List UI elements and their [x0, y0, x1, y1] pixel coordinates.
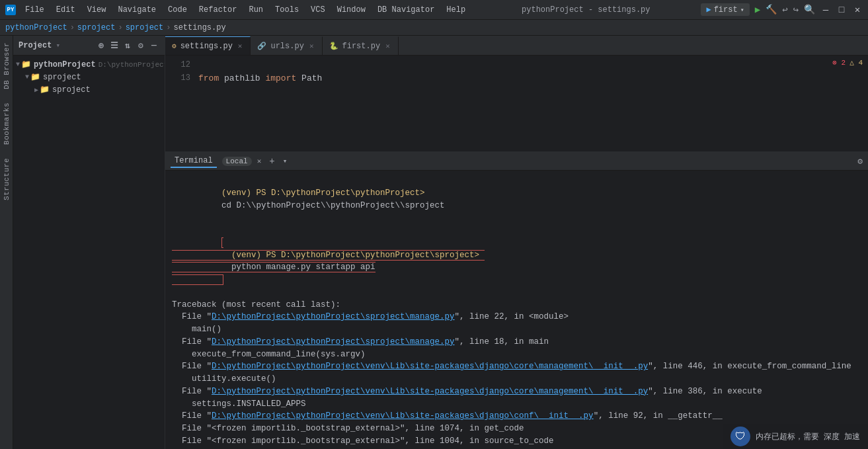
tab-label-urls: urls.py — [270, 42, 303, 51]
menu-db-navigator[interactable]: DB Navigator — [372, 4, 440, 16]
panel-action-settings[interactable]: ⚙ — [136, 40, 146, 51]
terminal-tab-terminal[interactable]: Terminal — [171, 155, 217, 168]
menu-bar: File Edit View Navigate Code Refactor Ru… — [20, 4, 471, 16]
tree-path-root: D:\pythonProject\pythonProject — [99, 61, 165, 69]
tab-label-first: first.py — [342, 42, 381, 51]
tab-icon-settings: ⚙ — [172, 42, 177, 50]
terminal-local-badge[interactable]: Local — [222, 157, 252, 166]
run-config-dropdown[interactable]: ▶ first ▾ — [701, 3, 749, 16]
error-indicator: ⊗ 2 — [832, 58, 846, 67]
tree-label-sproject1: sproject — [43, 73, 81, 82]
tree-arrow-sproject1: ▼ — [25, 73, 29, 81]
editor-line-13: 13 from pathlib import Path — [165, 71, 868, 85]
line-content-13: from pathlib import Path — [198, 73, 322, 83]
terminal-badge-close[interactable]: ✕ — [257, 157, 262, 165]
keyword-from: from — [198, 73, 219, 83]
tab-close-first[interactable]: ✕ — [384, 41, 391, 51]
rollforward-button[interactable]: ↪ — [793, 4, 799, 15]
terminal-line-file5: File "D:\pythonProject\pythonProject\ven… — [172, 410, 861, 423]
tab-label-settings: settings.py — [180, 42, 233, 51]
tab-first-py[interactable]: 🐍 first.py ✕ — [323, 36, 399, 55]
warning-indicator: △ 4 — [849, 58, 863, 67]
terminal-line-1: (venv) PS D:\pythonProject\pythonProject… — [172, 175, 861, 224]
editor-indicators: ⊗ 2 △ 4 — [832, 58, 863, 67]
memory-warning-text: 内存已超标，需要 深度 加速 — [756, 431, 860, 442]
tab-close-settings[interactable]: ✕ — [237, 41, 244, 51]
sidebar-tab-structure[interactable]: Structure — [1, 151, 13, 207]
build-button[interactable]: 🔨 — [766, 4, 777, 15]
menu-run[interactable]: Run — [243, 4, 268, 16]
tree-arrow-root: ▼ — [16, 61, 20, 68]
panel-action-menu[interactable]: ☰ — [109, 40, 120, 51]
editor-lines: 12 13 from pathlib import Path — [165, 56, 868, 87]
tab-urls-py[interactable]: 🔗 urls.py ✕ — [251, 36, 322, 55]
menu-file[interactable]: File — [20, 4, 50, 16]
project-tree: ▼ 📁 pythonProject D:\pythonProject\pytho… — [13, 56, 165, 449]
title-right: ▶ first ▾ ▶ 🔨 ↩ ↪ 🔍 — □ ✕ — [701, 3, 863, 16]
term-link-1[interactable]: D:\pythonProject\pythonProject\sproject\… — [212, 312, 455, 321]
tree-item-sproject1[interactable]: ▼ 📁 sproject — [13, 71, 165, 83]
rollback-button[interactable]: ↩ — [782, 4, 787, 15]
breadcrumb-sproject1[interactable]: sproject — [77, 23, 116, 32]
breadcrumb-sep-1: › — [70, 23, 75, 32]
tree-item-root[interactable]: ▼ 📁 pythonProject D:\pythonProject\pytho… — [13, 58, 165, 71]
project-panel-title: Project — [19, 41, 52, 50]
editor-area[interactable]: 12 13 from pathlib import Path — [165, 56, 868, 151]
menu-vcs[interactable]: VCS — [305, 4, 331, 16]
folder-icon-sproject1: 📁 — [30, 72, 40, 82]
term-link-5[interactable]: D:\pythonProject\pythonProject\venv\Lib\… — [212, 411, 594, 421]
breadcrumb-sproject2[interactable]: sproject — [126, 23, 164, 32]
project-panel-arrow[interactable]: ▾ — [56, 41, 60, 50]
term-link-3[interactable]: D:\pythonProject\pythonProject\venv\Lib\… — [212, 362, 648, 371]
term-cmd-1: cd D:\\pythonProject\\pythonProject\\spr… — [221, 201, 445, 210]
menu-help[interactable]: Help — [441, 4, 471, 16]
menu-window[interactable]: Window — [332, 4, 371, 16]
panel-action-sort[interactable]: ⇅ — [122, 40, 133, 51]
title-left: PY File Edit View Navigate Code Refactor… — [5, 4, 471, 16]
breadcrumb: pythonProject › sproject › sproject › se… — [0, 20, 868, 36]
terminal-line-file2: File "D:\pythonProject\pythonProject\spr… — [172, 336, 861, 348]
tree-item-sproject2[interactable]: ▶ 📁 sproject — [13, 83, 165, 96]
tab-settings-py[interactable]: ⚙ settings.py ✕ — [165, 36, 251, 55]
search-button[interactable]: 🔍 — [804, 4, 815, 15]
keyword-import: import — [265, 73, 296, 83]
line-number-13: 13 — [171, 73, 190, 83]
tree-arrow-sproject2: ▶ — [34, 86, 38, 94]
menu-code[interactable]: Code — [163, 4, 192, 16]
menu-refactor[interactable]: Refactor — [194, 4, 243, 16]
terminal-line-utility: utility.execute() — [172, 373, 861, 386]
editor-line-12: 12 — [165, 58, 868, 71]
tree-label-sproject2: sproject — [52, 85, 91, 95]
close-button[interactable]: ✕ — [852, 5, 863, 15]
sidebar-tab-db-browser[interactable]: DB Browser — [1, 36, 13, 96]
content-area: ⚙ settings.py ✕ 🔗 urls.py ✕ 🐍 first.py ✕… — [165, 36, 868, 449]
terminal-add-button[interactable]: + — [266, 156, 277, 167]
panel-action-add[interactable]: ⊕ — [96, 40, 106, 51]
term-link-2[interactable]: D:\pythonProject\pythonProject\sproject\… — [212, 337, 455, 347]
folder-icon-sproject2: 📁 — [40, 85, 50, 95]
tab-icon-urls: 🔗 — [257, 42, 266, 50]
menu-view[interactable]: View — [82, 4, 112, 16]
maximize-button[interactable]: □ — [836, 5, 847, 15]
menu-tools[interactable]: Tools — [270, 4, 304, 16]
run-config-arrow: ▾ — [740, 6, 744, 14]
tab-close-urls[interactable]: ✕ — [308, 41, 315, 51]
term-prompt-2: (venv) PS D:\pythonProject\pythonProject… — [231, 251, 485, 260]
panel-action-collapse[interactable]: — — [149, 40, 159, 51]
run-button[interactable]: ▶ — [755, 4, 760, 15]
run-config-label: first — [714, 5, 738, 15]
menu-navigate[interactable]: Navigate — [112, 4, 161, 16]
breadcrumb-root[interactable]: pythonProject — [5, 23, 67, 32]
terminal-line-file3: File "D:\pythonProject\pythonProject\ven… — [172, 360, 861, 373]
terminal-content[interactable]: (venv) PS D:\pythonProject\pythonProject… — [165, 171, 868, 449]
term-cmd-highlight: (venv) PS D:\pythonProject\pythonProject… — [172, 237, 485, 285]
menu-edit[interactable]: Edit — [51, 4, 81, 16]
outer-left-sidebar: DB Browser Bookmarks Structure — [0, 36, 13, 449]
memory-shield-icon[interactable]: 🛡 — [730, 427, 750, 446]
terminal-dropdown[interactable]: ▾ — [283, 157, 288, 165]
minimize-button[interactable]: — — [820, 5, 831, 15]
terminal-settings-button[interactable]: ⚙ — [857, 156, 863, 167]
term-link-4[interactable]: D:\pythonProject\pythonProject\venv\Lib\… — [212, 387, 648, 396]
sidebar-tab-bookmarks[interactable]: Bookmarks — [1, 96, 13, 151]
terminal-header: Terminal Local ✕ + ▾ ⚙ — [165, 152, 868, 171]
